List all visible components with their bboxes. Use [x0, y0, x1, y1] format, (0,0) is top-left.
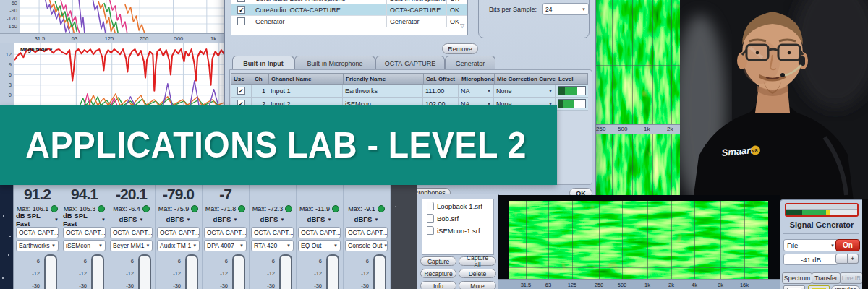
list-item[interactable]: iSEMcon-1.srf — [422, 224, 493, 236]
use-checkbox[interactable]: ✓ — [237, 87, 245, 95]
use-checkbox[interactable] — [237, 0, 245, 2]
cal-offset: 111.00 — [423, 85, 459, 97]
chevron-down-icon: ▼ — [49, 48, 54, 52]
bottom-spectrogram: 31.5 63 125 250 500 1k 2k 4k 8k 16k — [498, 195, 780, 289]
impulse-button[interactable]: Impulse — [831, 285, 860, 289]
y-tick: -90 — [0, 7, 17, 14]
channel-level-meter — [556, 98, 588, 110]
tab-octa-capture[interactable]: OCTA-CAPTURE — [375, 56, 445, 71]
spectrogram-frequency-axis: 31.5 63 125 250 500 1k 2k 4k 8k 16k — [498, 279, 780, 289]
signal-indicator — [191, 205, 198, 212]
tab-built-in-microphone[interactable]: Built-in Microphone — [294, 56, 375, 71]
unit-dropdown[interactable]: dBFS▼ — [157, 215, 200, 224]
chevron-down-icon: ▼ — [327, 217, 331, 222]
mic-dropdown[interactable]: Console Out▼ — [345, 240, 388, 251]
level-plus-button[interactable]: + — [848, 254, 859, 264]
signal-indicator — [332, 205, 339, 212]
mic-dropdown[interactable]: RTA 420▼ — [251, 240, 294, 251]
mic-dropdown[interactable]: Audix TM-1▼ — [157, 240, 200, 251]
device-row-selected[interactable]: ✓ CoreAudio: OCTA-CAPTURE OCTA-CAPTURE O… — [231, 4, 467, 16]
device-name: Generator — [252, 16, 387, 27]
unit-dropdown[interactable]: dB SPL Fast▼ — [63, 215, 106, 224]
unit-dropdown[interactable]: dBFS▼ — [298, 215, 341, 224]
signal-indicator — [142, 205, 150, 212]
device-dropdown[interactable]: OCTA-CAPT...▼ — [345, 227, 388, 238]
channel-number: 1 — [252, 85, 268, 97]
x-tick: 250 — [140, 35, 149, 42]
list-item[interactable]: Bob.srf — [422, 212, 493, 224]
spectrogram-plot[interactable] — [509, 201, 768, 279]
mic-dropdown[interactable]: EQ Out▼ — [298, 240, 341, 251]
tab-built-in-input[interactable]: Built-in Input — [232, 56, 294, 71]
mic-dropdown[interactable]: Beyer MM1▼ — [110, 240, 153, 251]
unit-dropdown[interactable]: dBFS▼ — [345, 215, 388, 224]
tab-live-ir[interactable]: Live IR — [840, 272, 863, 284]
capture-button[interactable]: Capture — [420, 256, 456, 266]
x-tick: 1k — [210, 35, 216, 42]
recapture-button[interactable]: Recapture — [420, 269, 456, 278]
device-dropdown[interactable]: OCTA-CAPT...▼ — [110, 227, 153, 238]
magnitude-plot[interactable]: Magnitude ▼ — [14, 43, 224, 105]
view-plain-button[interactable] — [783, 285, 805, 289]
spl-meters-panel: 91.2 Max: 106.1 dB SPL Fast▼ OCTA-CAPT..… — [13, 184, 390, 289]
bits-per-sample-dropdown[interactable]: 24 ▼ — [542, 3, 589, 15]
chevron-down-icon: ▼ — [374, 217, 378, 222]
level-meter: -6 -12 -36 — [296, 253, 343, 289]
y-tick: 0 — [0, 92, 12, 98]
view-bands-button[interactable] — [808, 285, 830, 289]
list-item[interactable]: Loopback-1.srf — [422, 199, 493, 212]
use-checkbox[interactable] — [237, 17, 245, 25]
device-dropdown[interactable]: OCTA-CAPT...▼ — [63, 227, 106, 238]
rta-plot[interactable] — [20, 0, 224, 33]
device-dropdown[interactable]: OCTA-CAPT...▼ — [298, 227, 341, 238]
capture-file-list[interactable]: Loopback-1.srf Bob.srf iSEMcon-1.srf — [422, 199, 494, 255]
level-minus-button[interactable]: - — [835, 254, 848, 264]
level-stepper[interactable]: - + — [835, 254, 859, 264]
more-button[interactable]: More — [459, 281, 496, 289]
tab-transfer[interactable]: Transfer — [812, 272, 841, 284]
generator-level-field[interactable]: -41 dB — [783, 254, 838, 265]
spl-max-value: Max: -9.1 — [348, 205, 375, 212]
channel-row[interactable]: ✓ 1 Input 1 Earthworks 111.00 NA ▼ None … — [231, 85, 588, 98]
desktop-background — [0, 185, 13, 289]
mic-dropdown[interactable]: Earthworks▼ — [16, 240, 59, 251]
device-dropdown[interactable]: OCTA-CAPT...▼ — [251, 227, 294, 238]
unit-dropdown[interactable]: dBFS▼ — [110, 215, 153, 224]
spectrogram-strip: 250 500 1k 2k — [595, 0, 681, 197]
magnitude-dropdown[interactable]: Magnitude ▼ — [20, 46, 54, 53]
device-dropdown[interactable]: OCTA-CAPT...▼ — [16, 227, 59, 238]
file-icon — [427, 214, 434, 223]
tab-spectrum[interactable]: Spectrum — [782, 272, 812, 284]
x-tick: 125 — [105, 35, 114, 42]
device-dropdown[interactable]: OCTA-CAPT...▼ — [157, 227, 200, 238]
delete-button[interactable]: Delete — [459, 269, 496, 278]
device-row[interactable]: Generator Generator OK — [231, 16, 467, 27]
info-button[interactable]: Info — [420, 281, 456, 289]
remove-device-button[interactable]: Remove — [442, 43, 478, 54]
capture-all-button[interactable]: Capture All — [459, 256, 496, 266]
level-meter: -6 -12 -36 — [155, 253, 202, 289]
unit-dropdown[interactable]: dBFS▼ — [251, 215, 294, 224]
unit-dropdown[interactable]: dB SPL Fast▼ — [16, 215, 59, 224]
device-table: CoreAudio: Built-in Microphone Built-in … — [231, 0, 468, 35]
use-checkbox[interactable]: ✓ — [237, 6, 245, 14]
unit-dropdown[interactable]: dBFS▼ — [204, 215, 247, 224]
generator-file-dropdown[interactable]: File ▼ — [783, 239, 838, 251]
spectrogram-frequency-axis: 250 500 1k 2k — [595, 124, 681, 134]
chevron-down-icon: ▼ — [54, 217, 59, 222]
microphone-dropdown[interactable]: NA ▼ — [459, 85, 494, 97]
generator-on-button[interactable]: On — [835, 239, 860, 251]
x-tick: 250 — [596, 126, 605, 132]
file-icon — [427, 226, 434, 235]
mic-dropdown[interactable]: DPA 4007▼ — [204, 240, 247, 251]
spl-meter-column: 94.1 Max: 105.3 dB SPL Fast▼ OCTA-CAPT..… — [61, 184, 109, 289]
mic-dropdown[interactable]: iSEMcon▼ — [63, 240, 106, 251]
device-dropdown[interactable]: OCTA-CAPT...▼ — [204, 227, 247, 238]
spl-meter-column: Max: -72.3 dBFS▼ OCTA-CAPT...▼ RTA 420▼ … — [249, 184, 297, 289]
tab-generator[interactable]: Generator — [445, 56, 495, 71]
scroll-down-icon[interactable]: ▽ — [458, 22, 467, 33]
mic-correction-dropdown[interactable]: None ▼ — [494, 85, 556, 97]
spl-value: 91.2 — [14, 186, 61, 203]
spl-max-value: Max: -71.8 — [205, 205, 237, 212]
dark-edge — [862, 199, 868, 289]
